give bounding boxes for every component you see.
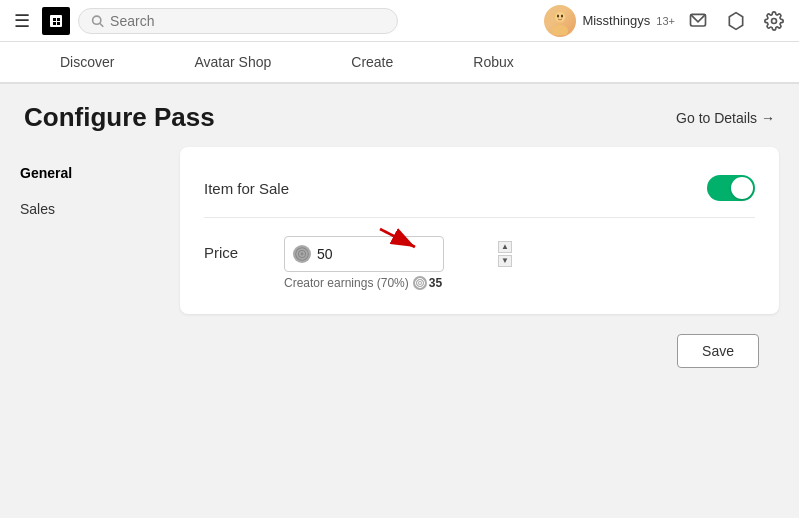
svg-rect-4: [57, 22, 60, 25]
creator-earnings-amount: 35: [429, 276, 442, 290]
robux-earnings-icon: [413, 276, 427, 290]
item-for-sale-label: Item for Sale: [204, 180, 289, 197]
price-row: Price ▲: [204, 226, 755, 294]
nav-robux[interactable]: Robux: [433, 43, 553, 83]
nav-avatar-shop[interactable]: Avatar Shop: [154, 43, 311, 83]
svg-point-20: [419, 282, 421, 284]
search-icon: [91, 14, 104, 28]
main-area: Configure Pass Go to Details → General S…: [0, 84, 799, 518]
svg-line-6: [100, 23, 103, 26]
sidebar-item-sales[interactable]: Sales: [0, 191, 170, 227]
page-header: Configure Pass Go to Details →: [0, 84, 799, 147]
hamburger-icon[interactable]: ☰: [10, 6, 34, 36]
nav-discover[interactable]: Discover: [20, 43, 154, 83]
divider: [204, 217, 755, 218]
notifications-icon[interactable]: [683, 6, 713, 36]
item-for-sale-row: Item for Sale: [204, 167, 755, 209]
robux-earnings-symbol: [415, 278, 425, 288]
age-rating: 13+: [656, 15, 675, 27]
config-card: Item for Sale Price: [180, 147, 779, 314]
roblox-logo[interactable]: [42, 7, 70, 35]
item-for-sale-toggle[interactable]: [707, 175, 755, 201]
creator-earnings-row: Creator earnings (70%) 35: [284, 276, 444, 290]
page-title: Configure Pass: [24, 102, 215, 133]
main-panel: Item for Sale Price: [170, 147, 799, 518]
search-bar[interactable]: [78, 8, 398, 34]
svg-point-10: [557, 14, 559, 17]
user-avatar-container[interactable]: Missthingys 13+: [544, 5, 675, 37]
sidebar-item-general[interactable]: General: [0, 155, 170, 191]
username: Missthingys: [582, 13, 650, 28]
nav-create[interactable]: Create: [311, 43, 433, 83]
spinner-up-btn[interactable]: ▲: [498, 241, 512, 253]
price-input-wrapper: ▲ ▼: [284, 236, 444, 272]
svg-rect-1: [53, 18, 56, 21]
spinner-down-btn[interactable]: ▼: [498, 255, 512, 267]
save-section: Save: [180, 314, 779, 368]
navbar: ☰: [0, 0, 799, 42]
svg-rect-3: [53, 22, 56, 25]
price-input[interactable]: [317, 246, 492, 262]
save-button[interactable]: Save: [677, 334, 759, 368]
roblox-logo-icon: [46, 11, 66, 31]
robux-symbol: [295, 247, 309, 261]
toggle-knob: [731, 177, 753, 199]
navbar-right: Missthingys 13+: [544, 5, 789, 37]
content-body: General Sales Item for Sale Price: [0, 147, 799, 518]
svg-point-17: [301, 253, 304, 256]
svg-point-5: [93, 16, 101, 24]
gear-icon: [764, 11, 784, 31]
price-spinner: ▲ ▼: [498, 241, 512, 267]
svg-rect-2: [57, 18, 60, 21]
shop-icon[interactable]: [721, 6, 751, 36]
robux-icon: [293, 245, 311, 263]
avatar-icon: [546, 7, 574, 35]
creator-earnings-value: 35: [413, 276, 442, 290]
price-input-container: ▲ ▼ Creator earnings (70%): [284, 236, 444, 290]
hexagon-icon: [726, 11, 746, 31]
search-input[interactable]: [110, 13, 385, 29]
svg-marker-13: [729, 12, 742, 29]
creator-earnings-label: Creator earnings (70%): [284, 276, 409, 290]
go-to-details-arrow-icon: →: [761, 110, 775, 126]
svg-point-8: [552, 25, 568, 35]
chat-icon: [688, 11, 708, 31]
sidebar: General Sales: [0, 147, 170, 518]
svg-point-14: [772, 18, 777, 23]
go-to-details-link[interactable]: Go to Details →: [676, 110, 775, 126]
secondary-nav: Discover Avatar Shop Create Robux: [0, 42, 799, 84]
avatar: [544, 5, 576, 37]
settings-icon[interactable]: [759, 6, 789, 36]
go-to-details-label: Go to Details: [676, 110, 757, 126]
price-label: Price: [204, 236, 284, 261]
svg-point-11: [561, 14, 563, 17]
